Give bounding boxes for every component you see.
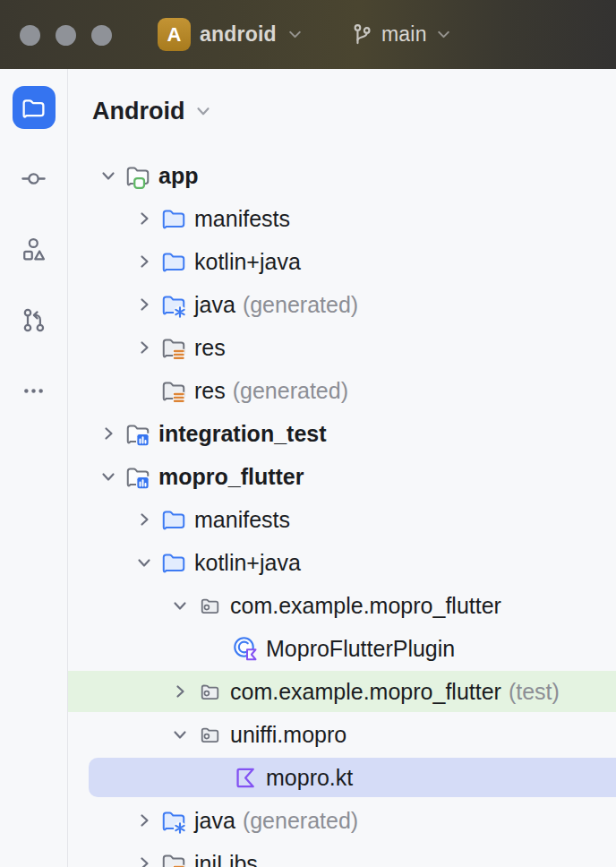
chevron-right-icon[interactable] [128, 498, 160, 541]
generated-folder-icon [160, 807, 187, 834]
zoom-button[interactable] [91, 25, 112, 46]
tree-row[interactable]: jniLibs [68, 842, 616, 867]
generated-folder-icon [160, 291, 187, 318]
chevron-down-icon[interactable] [92, 455, 124, 498]
tree-item-label: uniffi.mopro [230, 722, 346, 748]
blue-folder-icon [160, 205, 187, 232]
res-folder-icon [160, 377, 187, 404]
tree-item-suffix: (generated) [243, 808, 358, 834]
module-folder-icon [124, 420, 151, 447]
project-name: android [200, 22, 277, 47]
tree-item-suffix: (test) [509, 679, 560, 705]
tree-row[interactable]: manifests [68, 197, 616, 240]
tree-item-suffix: (generated) [233, 378, 348, 404]
tree-row[interactable]: res [68, 326, 616, 369]
chevron-down-icon [286, 25, 304, 44]
folder-icon [21, 95, 47, 121]
tree-row[interactable]: app [68, 154, 616, 197]
chevron-right-icon[interactable] [92, 412, 124, 455]
chevron-down-icon[interactable] [164, 584, 196, 627]
tree-item-label: mopro.kt [266, 765, 353, 791]
tree-item-label: integration_test [158, 421, 327, 447]
kotlin-class-icon [232, 635, 259, 662]
project-panel: Android appmanifestskotlin+javajava(gene… [68, 69, 616, 867]
chevron-down-icon [193, 101, 213, 121]
tree-item-label: com.example.mopro_flutter [230, 679, 501, 705]
blue-folder-icon [160, 248, 187, 275]
res-folder-icon [160, 850, 187, 867]
tree-row[interactable]: mopro_flutter [68, 455, 616, 498]
chevron-right-icon[interactable] [128, 197, 160, 240]
tree-item-suffix: (generated) [243, 292, 358, 318]
more-icon [20, 377, 47, 405]
tree-row[interactable]: MoproFlutterPlugin [68, 627, 616, 670]
project-badge: A [158, 18, 191, 51]
chevron-spacer [200, 756, 232, 799]
tree-item-label: res [194, 378, 226, 404]
tree-item-label: MoproFlutterPlugin [266, 636, 455, 662]
project-tree: appmanifestskotlin+javajava(generated)re… [68, 154, 616, 867]
tree-row[interactable]: com.example.mopro_flutter [68, 584, 616, 627]
chevron-right-icon[interactable] [128, 799, 160, 842]
package-icon [196, 721, 223, 748]
module-folder-icon [124, 463, 151, 490]
tree-item-label: res [194, 335, 226, 361]
tree-row[interactable]: java(generated) [68, 799, 616, 842]
tree-item-label: manifests [194, 507, 290, 533]
tree-row[interactable]: com.example.mopro_flutter(test) [68, 670, 616, 713]
tool-button-commit[interactable] [13, 157, 56, 200]
tree-item-label: mopro_flutter [158, 464, 304, 490]
chevron-spacer [200, 627, 232, 670]
kotlin-file-icon [232, 764, 259, 791]
tree-row[interactable]: kotlin+java [68, 240, 616, 283]
chevron-right-icon[interactable] [128, 240, 160, 283]
git-branch-icon [350, 22, 374, 47]
tree-row[interactable]: integration_test [68, 412, 616, 455]
tree-row[interactable]: manifests [68, 498, 616, 541]
package-icon [196, 592, 223, 619]
tree-row[interactable]: res(generated) [68, 369, 616, 412]
tree-row[interactable]: kotlin+java [68, 541, 616, 584]
view-selector-button[interactable]: Android [68, 69, 616, 130]
tree-item-label: jniLibs [194, 851, 258, 867]
pull-requests-icon [20, 306, 47, 334]
tree-item-label: manifests [194, 206, 290, 232]
tree-row[interactable]: java(generated) [68, 283, 616, 326]
tree-item-label: com.example.mopro_flutter [230, 593, 501, 619]
branch-name: main [381, 22, 427, 47]
tool-window-stripe [0, 69, 68, 867]
blue-folder-icon [160, 549, 187, 576]
tree-row[interactable]: mopro.kt [68, 756, 616, 799]
chevron-down-icon[interactable] [128, 541, 160, 584]
package-icon [196, 678, 223, 705]
branch-selector-button[interactable]: main [350, 0, 453, 69]
tool-button-project[interactable] [13, 86, 56, 129]
commit-icon [20, 165, 47, 193]
tree-row[interactable]: uniffi.mopro [68, 713, 616, 756]
chevron-spacer [128, 369, 160, 412]
structure-icon [20, 236, 47, 263]
chevron-right-icon[interactable] [128, 326, 160, 369]
minimize-button[interactable] [56, 25, 76, 46]
res-folder-icon [160, 334, 187, 361]
tool-button-pull-requests[interactable] [13, 298, 56, 341]
tree-item-label: kotlin+java [194, 550, 301, 576]
chevron-down-icon[interactable] [92, 154, 124, 197]
project-selector-button[interactable]: A android [158, 0, 304, 69]
titlebar: A android main [0, 0, 616, 69]
tree-item-label: java [194, 808, 235, 834]
tool-button-more[interactable] [13, 369, 56, 412]
chevron-down-icon[interactable] [164, 713, 196, 756]
chevron-right-icon[interactable] [128, 842, 160, 867]
tree-item-label: java [194, 292, 235, 318]
view-selector-label: Android [92, 98, 184, 125]
tree-item-label: kotlin+java [194, 249, 301, 275]
android-app-folder-icon [124, 162, 151, 189]
tree-item-label: app [158, 163, 198, 189]
window-controls [20, 25, 112, 46]
chevron-right-icon[interactable] [164, 670, 196, 713]
close-button[interactable] [20, 25, 40, 46]
chevron-down-icon [434, 25, 453, 44]
tool-button-structure[interactable] [13, 227, 56, 270]
chevron-right-icon[interactable] [128, 283, 160, 326]
